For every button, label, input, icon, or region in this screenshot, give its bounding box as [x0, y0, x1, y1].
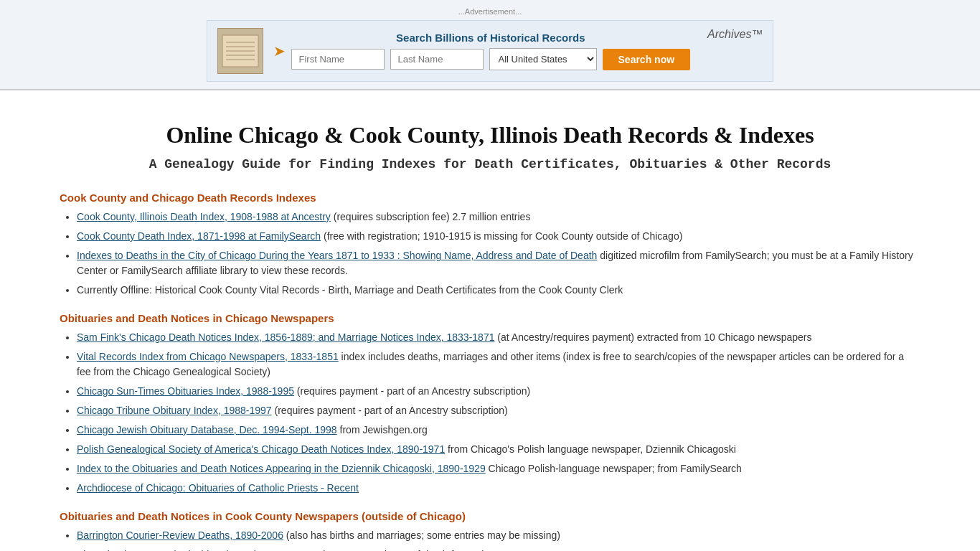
ad-location-select[interactable]: All United States [489, 48, 597, 70]
link-chicago-jewish-obit[interactable]: Chicago Jewish Obituary Database, Dec. 1… [77, 424, 337, 435]
list-item: Sam Fink's Chicago Death Notices Index, … [77, 330, 920, 345]
link-suntimes-obit[interactable]: Chicago Sun-Times Obituaries Index, 1988… [77, 385, 294, 397]
section-cook-county-indexes: Cook County and Chicago Death Records In… [60, 192, 920, 298]
list-item: Cook County, Illinois Death Index, 1908-… [77, 209, 920, 225]
link-chicago-deaths-1871-1933[interactable]: Indexes to Deaths in the City of Chicago… [77, 250, 597, 261]
list-item: Archdiocese of Chicago: Obituaries of Ca… [77, 481, 920, 496]
text-pgsa-death-notices: from Chicago's Polish language newspaper… [445, 443, 736, 455]
page-title: Online Chicago & Cook County, Illinois D… [60, 122, 920, 149]
link-dziennik-index[interactable]: Index to the Obituaries and Death Notice… [77, 463, 486, 474]
list-item: Blue Island Sun Standard Obituaries Inde… [77, 547, 920, 551]
ad-arrow-icon: ➤ [273, 42, 286, 60]
ad-banner: ...Advertisement... ➤ Search Billions of… [0, 0, 980, 90]
ad-search-button[interactable]: Search now [603, 49, 691, 70]
text-suntimes-obit: (requires payment - part of an Ancestry … [294, 385, 530, 397]
ad-first-name-input[interactable] [291, 49, 385, 70]
link-vital-records-chicago[interactable]: Vital Records Index from Chicago Newspap… [77, 351, 339, 362]
list-item: Currently Offline: Historical Cook Count… [77, 283, 920, 298]
section-3-list: Barrington Courier-Review Deaths, 1890-2… [77, 528, 920, 551]
section-obituaries-chicago: Obituaries and Death Notices in Chicago … [60, 312, 920, 496]
main-content: Online Chicago & Cook County, Illinois D… [31, 90, 949, 551]
list-item: Polish Genealogical Society of America's… [77, 442, 920, 457]
link-tribune-obit[interactable]: Chicago Tribune Obituary Index, 1988-199… [77, 405, 272, 416]
list-item: Barrington Courier-Review Deaths, 1890-2… [77, 528, 920, 543]
text-sam-fink: (at Ancestry/requires payment) extracted… [494, 331, 811, 343]
link-cook-county-ancestry[interactable]: Cook County, Illinois Death Index, 1908-… [77, 211, 331, 222]
section-obituaries-cook-county: Obituaries and Death Notices in Cook Cou… [60, 510, 920, 551]
list-item: Indexes to Deaths in the City of Chicago… [77, 248, 920, 278]
ad-last-name-input[interactable] [390, 49, 484, 70]
text-tribune-obit: (requires payment - part of an Ancestry … [272, 405, 508, 416]
list-item: Cook County Death Index, 1871-1998 at Fa… [77, 229, 920, 244]
link-cook-county-familysearch[interactable]: Cook County Death Index, 1871-1998 at Fa… [77, 230, 321, 242]
ad-logo: Archives™ [707, 28, 763, 41]
list-item: Index to the Obituaries and Death Notice… [77, 461, 920, 476]
link-sam-fink[interactable]: Sam Fink's Chicago Death Notices Index, … [77, 331, 494, 343]
ad-label: ...Advertisement... [0, 7, 980, 16]
list-item: Chicago Jewish Obituary Database, Dec. 1… [77, 423, 920, 438]
link-barrington-courier[interactable]: Barrington Courier-Review Deaths, 1890-2… [77, 529, 283, 541]
list-item: Chicago Sun-Times Obituaries Index, 1988… [77, 384, 920, 399]
text-barrington-courier: (also has births and marriages; some ent… [283, 529, 560, 541]
ad-content: Search Billions of Historical Records Al… [291, 32, 691, 70]
ad-title-link[interactable]: Search Billions of Historical Records [291, 32, 691, 44]
ad-fields: All United States Search now [291, 48, 691, 70]
section-heading-1: Cook County and Chicago Death Records In… [60, 192, 920, 204]
page-subtitle: A Genealogy Guide for Finding Indexes fo… [60, 157, 920, 171]
list-item: Chicago Tribune Obituary Index, 1988-199… [77, 403, 920, 418]
link-archdiocese-priests[interactable]: Archdiocese of Chicago: Obituaries of Ca… [77, 482, 359, 494]
text-currently-offline: Currently Offline: Historical Cook Count… [77, 284, 623, 296]
section-heading-3: Obituaries and Death Notices in Cook Cou… [60, 510, 920, 522]
text-chicago-jewish-obit: from Jewishgen.org [337, 424, 428, 435]
section-heading-2: Obituaries and Death Notices in Chicago … [60, 312, 920, 324]
section-2-list: Sam Fink's Chicago Death Notices Index, … [77, 330, 920, 496]
text-cook-county-ancestry: (requires subscription fee) 2.7 million … [331, 211, 531, 222]
list-item: Vital Records Index from Chicago Newspap… [77, 349, 920, 380]
text-dziennik-index: Chicago Polish-language newspaper; from … [486, 463, 742, 474]
text-cook-county-familysearch: (free with registration; 1910-1915 is mi… [321, 230, 682, 242]
ad-thumbnail-image [217, 28, 263, 74]
link-pgsa-death-notices[interactable]: Polish Genealogical Society of America's… [77, 443, 445, 455]
ad-inner: ➤ Search Billions of Historical Records … [207, 20, 774, 82]
section-1-list: Cook County, Illinois Death Index, 1908-… [77, 209, 920, 298]
